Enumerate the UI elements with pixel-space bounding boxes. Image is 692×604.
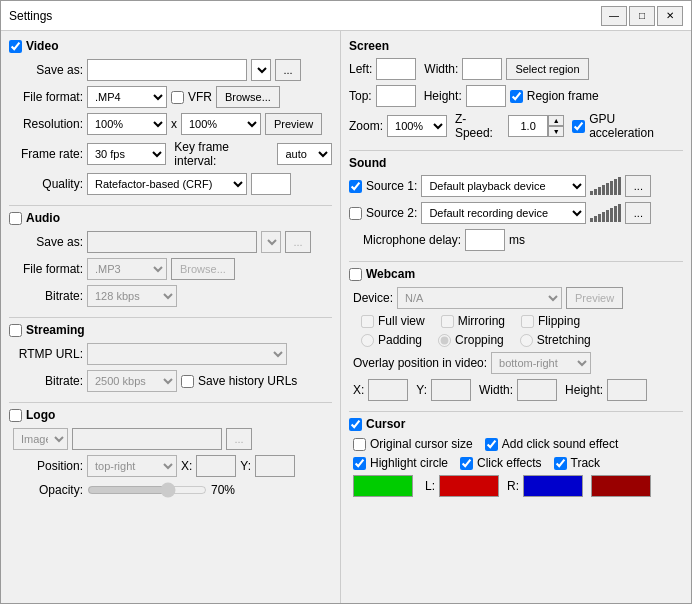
logo-opacity-label: Opacity: (13, 483, 83, 497)
logo-type-select[interactable]: Image (13, 428, 68, 450)
padding-radio[interactable] (361, 334, 374, 347)
saveas-browse-btn[interactable]: ... (275, 59, 301, 81)
zspeed-input[interactable]: 1.0 (508, 115, 548, 137)
gpu-checkbox[interactable] (572, 120, 585, 133)
framerate-row: Frame rate: 30 fps Key frame interval: a… (13, 140, 332, 168)
saveas-input[interactable]: Rec <num>.mp4 (87, 59, 247, 81)
audio-format-select[interactable]: .MP3 (87, 258, 167, 280)
keyframe-select[interactable]: auto (277, 143, 332, 165)
audio-bitrate-select[interactable]: 128 kbps (87, 285, 177, 307)
resolution-y-select[interactable]: 100% (181, 113, 261, 135)
audio-saveas-dropdown[interactable]: ▼ (261, 231, 281, 253)
fullview-checkbox[interactable] (361, 315, 374, 328)
logo-position-label: Position: (13, 459, 83, 473)
webcam-x-input[interactable]: 0 (368, 379, 408, 401)
track-checkbox[interactable] (554, 457, 567, 470)
logo-checkbox[interactable] (9, 409, 22, 422)
source2-checkbox[interactable] (349, 207, 362, 220)
audio-checkbox[interactable] (9, 212, 22, 225)
framerate-select[interactable]: 30 fps (87, 143, 166, 165)
saveas-dropdown[interactable]: ▼ (251, 59, 271, 81)
streaming-bitrate-select[interactable]: 2500 kbps (87, 370, 177, 392)
vol-bar-4 (602, 185, 605, 195)
mirroring-checkbox[interactable] (441, 315, 454, 328)
click-sound-checkbox[interactable] (485, 438, 498, 451)
screen-height-input[interactable]: 489 (466, 85, 506, 107)
streaming-section: Streaming RTMP URL: Bitrate: 2500 kbps S… (9, 323, 332, 392)
click-effects-checkbox[interactable] (460, 457, 473, 470)
zoom-select[interactable]: 100% (387, 115, 447, 137)
audio-section: Audio Save as: ▼ ... File format: .MP3 (9, 211, 332, 307)
logo-y-input[interactable]: 10 (255, 455, 295, 477)
quality-select[interactable]: Ratefactor-based (CRF) (87, 173, 247, 195)
mic-delay-label: Microphone delay: (363, 233, 461, 247)
logo-browse-btn[interactable]: ... (226, 428, 252, 450)
region-frame-checkbox[interactable] (510, 90, 523, 103)
rtmp-input[interactable] (87, 343, 287, 365)
quality-num[interactable]: 23 (251, 173, 291, 195)
audio-browse-btn[interactable]: ... (285, 231, 311, 253)
flipping-checkbox[interactable] (521, 315, 534, 328)
webcam-checkbox[interactable] (349, 268, 362, 281)
logo-file-input[interactable] (72, 428, 222, 450)
zspeed-down-btn[interactable]: ▼ (548, 126, 564, 137)
vfr-checkbox[interactable] (171, 91, 184, 104)
logo-x-input[interactable]: 10 (196, 455, 236, 477)
screen-width-input[interactable]: 531 (462, 58, 502, 80)
maximize-button[interactable]: □ (629, 6, 655, 26)
highlight-label: Highlight circle (370, 456, 448, 470)
mic-delay-input[interactable]: 0 (465, 229, 505, 251)
video-checkbox[interactable] (9, 40, 22, 53)
gpu-label: GPU acceleration (589, 112, 683, 140)
left-panel: Video Save as: Rec <num>.mp4 ▼ ... File … (1, 31, 341, 603)
select-region-btn[interactable]: Select region (506, 58, 588, 80)
source1-select[interactable]: Default playback device (421, 175, 586, 197)
stretching-radio[interactable] (520, 334, 533, 347)
click-sound-label: Add click sound effect (502, 437, 619, 451)
minimize-button[interactable]: — (601, 6, 627, 26)
webcam-width-input[interactable]: 320 (517, 379, 557, 401)
fullview-label: Full view (378, 314, 425, 328)
right-click-color-btn[interactable] (523, 475, 583, 497)
source1-options-btn[interactable]: ... (625, 175, 651, 197)
logo-header: Logo (9, 408, 332, 422)
screen-left-input[interactable]: 653 (376, 58, 416, 80)
source2-select[interactable]: Default recording device (421, 202, 586, 224)
original-size-checkbox[interactable] (353, 438, 366, 451)
zspeed-spinner-btns: ▲ ▼ (548, 115, 564, 137)
zspeed-up-btn[interactable]: ▲ (548, 115, 564, 126)
browse-btn[interactable]: Browse... (216, 86, 280, 108)
opacity-slider[interactable] (87, 482, 207, 498)
logo-position-select[interactable]: top-right (87, 455, 177, 477)
rtmp-label: RTMP URL: (13, 347, 83, 361)
source1-checkbox[interactable] (349, 180, 362, 193)
history-checkbox[interactable] (181, 375, 194, 388)
mirroring-label: Mirroring (458, 314, 505, 328)
overlay-select[interactable]: bottom-right (491, 352, 591, 374)
region-frame-label: Region frame (527, 89, 599, 103)
highlight-color-btn[interactable] (353, 475, 413, 497)
extra-color-btn[interactable] (591, 475, 651, 497)
streaming-checkbox[interactable] (9, 324, 22, 337)
format-select[interactable]: .MP4 (87, 86, 167, 108)
source2-options-btn[interactable]: ... (625, 202, 651, 224)
device-select[interactable]: N/A (397, 287, 562, 309)
webcam-height-input[interactable]: 240 (607, 379, 647, 401)
padding-label: Padding (378, 333, 422, 347)
webcam-y-input[interactable]: 0 (431, 379, 471, 401)
cursor-row2: Highlight circle Click effects Track (353, 456, 683, 470)
webcam-preview-btn[interactable]: Preview (566, 287, 623, 309)
resolution-x-select[interactable]: 100% (87, 113, 167, 135)
sound-label: Sound (349, 156, 683, 170)
close-button[interactable]: ✕ (657, 6, 683, 26)
cropping-radio[interactable] (438, 334, 451, 347)
audio-browse-btn2[interactable]: Browse... (171, 258, 235, 280)
cursor-checkbox[interactable] (349, 418, 362, 431)
quality-row: Quality: Ratefactor-based (CRF) 23 (13, 173, 332, 195)
preview-btn[interactable]: Preview (265, 113, 322, 135)
top-label: Top: (349, 89, 372, 103)
screen-top-input[interactable]: 317 (376, 85, 416, 107)
audio-saveas-input[interactable] (87, 231, 257, 253)
highlight-checkbox[interactable] (353, 457, 366, 470)
left-click-color-btn[interactable] (439, 475, 499, 497)
